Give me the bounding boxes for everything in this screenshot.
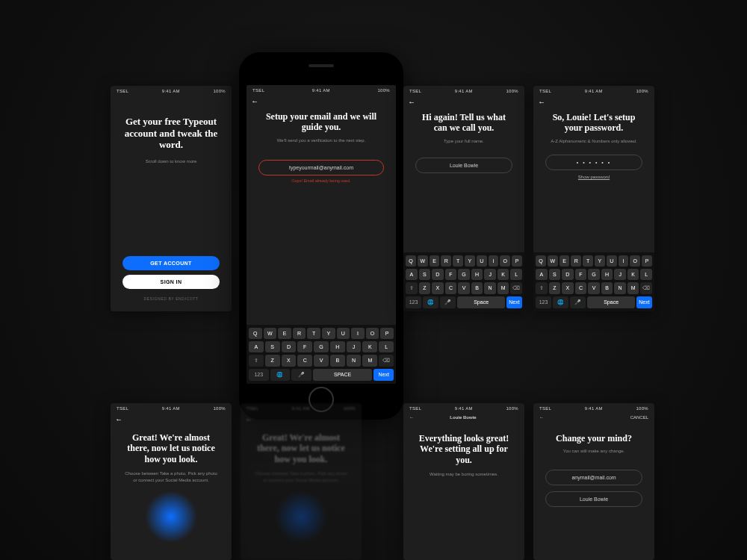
back-arrow-icon[interactable]: ← bbox=[533, 96, 550, 108]
key-⌫[interactable]: ⌫ bbox=[379, 355, 394, 367]
key-Y[interactable]: Y bbox=[465, 255, 475, 267]
change-name-input[interactable]: Louie Bowie bbox=[545, 491, 642, 507]
key-num[interactable]: 123 bbox=[249, 369, 269, 381]
key-A[interactable]: A bbox=[249, 341, 264, 352]
key-F[interactable]: F bbox=[575, 269, 587, 280]
key-Q[interactable]: Q bbox=[406, 255, 416, 267]
key-F[interactable]: F bbox=[445, 269, 457, 280]
key-M[interactable]: M bbox=[627, 282, 639, 294]
key-⇧[interactable]: ⇧ bbox=[536, 282, 548, 294]
key-next[interactable]: Next bbox=[374, 369, 394, 381]
show-password-link[interactable]: Show password bbox=[545, 175, 642, 179]
key-X[interactable]: X bbox=[432, 282, 444, 294]
get-account-button[interactable]: GET ACCOUNT bbox=[123, 256, 220, 270]
back-arrow-icon[interactable]: ← bbox=[111, 414, 127, 425]
key-space[interactable]: Space bbox=[587, 296, 634, 308]
key-K[interactable]: K bbox=[498, 269, 509, 280]
key-Z[interactable]: Z bbox=[265, 355, 280, 367]
key-globe[interactable]: 🌐 bbox=[553, 296, 568, 308]
key-A[interactable]: A bbox=[536, 269, 548, 280]
key-Z[interactable]: Z bbox=[549, 282, 561, 294]
key-next[interactable]: Next bbox=[636, 296, 652, 308]
key-V[interactable]: V bbox=[588, 282, 600, 294]
key-M[interactable]: M bbox=[498, 282, 509, 294]
key-Z[interactable]: Z bbox=[419, 282, 431, 294]
key-L[interactable]: L bbox=[510, 269, 522, 280]
back-arrow-icon[interactable]: ← bbox=[539, 415, 544, 420]
key-B[interactable]: B bbox=[471, 282, 483, 294]
key-R[interactable]: R bbox=[441, 255, 451, 267]
key-T[interactable]: T bbox=[453, 255, 463, 267]
back-arrow-icon[interactable]: ← bbox=[403, 96, 420, 108]
key-E[interactable]: E bbox=[560, 255, 570, 267]
key-P[interactable]: P bbox=[380, 328, 394, 339]
key-G[interactable]: G bbox=[314, 341, 329, 352]
keyboard[interactable]: QWERTYUIOPASDFGHJKL⇧ZXCVBNM⌫123🌐🎤SpaceNe… bbox=[533, 252, 654, 311]
sign-in-button[interactable]: SIGN IN bbox=[123, 275, 220, 289]
key-O[interactable]: O bbox=[366, 328, 379, 339]
key-B[interactable]: B bbox=[601, 282, 613, 294]
key-N[interactable]: N bbox=[614, 282, 626, 294]
key-globe[interactable]: 🌐 bbox=[270, 369, 291, 381]
key-F[interactable]: F bbox=[297, 341, 312, 352]
key-G[interactable]: G bbox=[458, 269, 470, 280]
key-D[interactable]: D bbox=[282, 341, 297, 352]
key-mic[interactable]: 🎤 bbox=[291, 369, 311, 381]
key-Q[interactable]: Q bbox=[249, 328, 262, 339]
key-G[interactable]: G bbox=[588, 269, 600, 280]
name-input[interactable]: Louie Bowie bbox=[415, 158, 512, 173]
key-R[interactable]: R bbox=[571, 255, 581, 267]
key-P[interactable]: P bbox=[642, 255, 652, 267]
key-W[interactable]: W bbox=[418, 255, 428, 267]
key-I[interactable]: I bbox=[351, 328, 365, 339]
key-C[interactable]: C bbox=[297, 355, 312, 367]
key-Y[interactable]: Y bbox=[595, 255, 605, 267]
keyboard[interactable]: QWERTYUIOPASDFGHJKL⇧ZXCVBNM⌫123🌐🎤SPACENe… bbox=[247, 325, 396, 384]
key-L[interactable]: L bbox=[379, 341, 394, 352]
key-L[interactable]: L bbox=[640, 269, 652, 280]
change-email-input[interactable]: anymail@mail.com bbox=[545, 470, 642, 485]
key-P[interactable]: P bbox=[512, 255, 522, 267]
email-input[interactable]: typeyourmail@anymail.com bbox=[258, 160, 384, 175]
password-input[interactable]: • • • • • • bbox=[545, 155, 642, 170]
key-num[interactable]: 123 bbox=[406, 296, 421, 308]
key-C[interactable]: C bbox=[445, 282, 457, 294]
key-T[interactable]: T bbox=[307, 328, 320, 339]
key-W[interactable]: W bbox=[264, 328, 277, 339]
key-T[interactable]: T bbox=[583, 255, 593, 267]
key-mic[interactable]: 🎤 bbox=[570, 296, 586, 308]
key-D[interactable]: D bbox=[562, 269, 574, 280]
key-S[interactable]: S bbox=[265, 341, 280, 352]
key-U[interactable]: U bbox=[607, 255, 617, 267]
key-K[interactable]: K bbox=[362, 341, 377, 352]
key-R[interactable]: R bbox=[293, 328, 306, 339]
key-N[interactable]: N bbox=[347, 355, 362, 367]
key-next[interactable]: Next bbox=[506, 296, 522, 308]
key-D[interactable]: D bbox=[432, 269, 444, 280]
key-S[interactable]: S bbox=[419, 269, 431, 280]
key-I[interactable]: I bbox=[489, 255, 499, 267]
key-Y[interactable]: Y bbox=[322, 328, 335, 339]
key-space[interactable]: SPACE bbox=[313, 369, 373, 381]
keyboard[interactable]: QWERTYUIOPASDFGHJKL⇧ZXCVBNM⌫123🌐🎤SpaceNe… bbox=[403, 252, 524, 311]
cancel-button[interactable]: CANCEL bbox=[630, 415, 648, 420]
back-arrow-icon[interactable]: ← bbox=[247, 96, 263, 107]
key-K[interactable]: K bbox=[627, 269, 639, 280]
key-H[interactable]: H bbox=[471, 269, 483, 280]
key-O[interactable]: O bbox=[630, 255, 640, 267]
key-J[interactable]: J bbox=[347, 341, 362, 352]
key-Q[interactable]: Q bbox=[536, 255, 546, 267]
key-O[interactable]: O bbox=[500, 255, 510, 267]
key-J[interactable]: J bbox=[484, 269, 496, 280]
key-V[interactable]: V bbox=[458, 282, 470, 294]
key-E[interactable]: E bbox=[278, 328, 291, 339]
key-space[interactable]: Space bbox=[457, 296, 504, 308]
key-M[interactable]: M bbox=[362, 355, 377, 367]
key-J[interactable]: J bbox=[614, 269, 626, 280]
key-S[interactable]: S bbox=[549, 269, 561, 280]
key-B[interactable]: B bbox=[330, 355, 345, 367]
key-globe[interactable]: 🌐 bbox=[423, 296, 438, 308]
key-C[interactable]: C bbox=[575, 282, 587, 294]
key-X[interactable]: X bbox=[282, 355, 297, 367]
key-mic[interactable]: 🎤 bbox=[440, 296, 456, 308]
